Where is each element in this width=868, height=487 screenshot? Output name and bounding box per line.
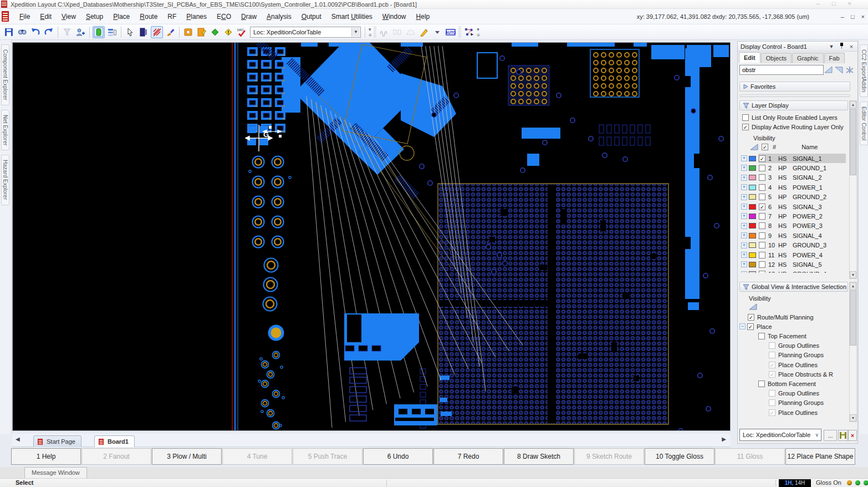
- layer-visibility-checkbox[interactable]: [759, 222, 765, 229]
- layer-row-body[interactable]: ✓6HSSIGNAL_3: [758, 202, 846, 211]
- search-options-icon[interactable]: [845, 66, 854, 74]
- mdi-close-button[interactable]: ×: [861, 13, 865, 20]
- find-icon[interactable]: [16, 26, 28, 38]
- tree-checkbox[interactable]: [769, 352, 775, 358]
- save-icon[interactable]: [3, 26, 15, 38]
- expand-plus-icon[interactable]: +: [741, 252, 747, 258]
- tree-checkbox[interactable]: ✓: [748, 314, 754, 321]
- tree-item-group-outlines[interactable]: Group Outlines: [769, 389, 819, 398]
- add-part-icon[interactable]: [74, 26, 86, 38]
- layer-row-signal_4[interactable]: +9HSSIGNAL_4: [741, 231, 846, 240]
- tree-checkbox[interactable]: [769, 342, 775, 349]
- layer-color-swatch[interactable]: [749, 262, 756, 267]
- scheme-delete-button[interactable]: ×: [848, 430, 857, 441]
- tree-item-group-outlines[interactable]: Group Outlines: [769, 341, 819, 351]
- layer-search-input[interactable]: [739, 65, 824, 75]
- expand-plus-icon[interactable]: +: [741, 175, 747, 181]
- menu-eco[interactable]: ECO: [212, 11, 236, 23]
- collapsed-section-bar[interactable]: [739, 94, 850, 97]
- layer-color-swatch[interactable]: [749, 156, 756, 161]
- layer-row-body[interactable]: 9HSSIGNAL_4: [758, 231, 846, 240]
- layer-row-ground_4[interactable]: +13HPGROUND_4: [741, 270, 846, 278]
- title-minimize-button[interactable]: –: [816, 0, 820, 7]
- menu-route[interactable]: Route: [135, 11, 162, 23]
- online-drc-on-icon[interactable]: [209, 26, 221, 38]
- global-view-header[interactable]: Global View & Interactive Selection: [739, 282, 848, 292]
- fkey-6-undo[interactable]: 6 Undo: [363, 448, 433, 465]
- title-restore-button[interactable]: □: [832, 0, 836, 7]
- mdi-minimize-button[interactable]: –: [841, 13, 844, 20]
- layer-row-body[interactable]: 4HSPOWER_1: [758, 182, 846, 192]
- toolbar-overflow-icon[interactable]: ▾≡: [476, 27, 481, 38]
- layer-row-body[interactable]: ✓1HSSIGNAL_1: [758, 154, 846, 163]
- layer-color-swatch[interactable]: [749, 165, 756, 171]
- display-active-row[interactable]: ✓ Display Active Routing Layer Only: [742, 124, 844, 130]
- layer-visibility-checkbox[interactable]: [759, 252, 765, 258]
- expand-plus-icon[interactable]: +: [741, 213, 747, 219]
- layer-list-scrollbar[interactable]: ▲ ▼: [849, 100, 857, 279]
- layer-row-ground_1[interactable]: +2HPGROUND_1: [741, 163, 846, 173]
- panel-menu-dropdown-icon[interactable]: ▼: [828, 43, 835, 50]
- fkey-2-fanout[interactable]: 2 Fanout: [81, 448, 151, 465]
- tune-serpentine-icon[interactable]: [378, 26, 390, 38]
- tree-item-place-obstructs-r[interactable]: ✓Place Obstructs & R: [769, 369, 833, 379]
- scheme-save-button[interactable]: [838, 430, 848, 441]
- dock-tab-component-explorer[interactable]: Component Explorer: [1, 44, 9, 105]
- paint-layers-icon[interactable]: [164, 26, 176, 38]
- sketch-pencil-icon[interactable]: [418, 26, 430, 38]
- visibility-all-icon[interactable]: [749, 303, 757, 310]
- tree-item-bottom-facement[interactable]: Bottom Facement: [758, 379, 816, 388]
- layer-color-swatch[interactable]: [749, 194, 756, 200]
- redo-icon[interactable]: [43, 26, 55, 38]
- doc-tab-board1[interactable]: Board1: [94, 435, 135, 447]
- drc-warning-icon[interactable]: [222, 26, 234, 38]
- shape-edit-icon[interactable]: [405, 26, 417, 38]
- title-close-button[interactable]: ×: [848, 0, 851, 7]
- loc-color-table-combobox[interactable]: Loc: XpeditionColorTable▼: [250, 27, 361, 38]
- filter-parts-icon[interactable]: [61, 26, 73, 38]
- layer-color-swatch[interactable]: [749, 271, 756, 277]
- layer-row-power_3[interactable]: +8HSPOWER_3: [741, 221, 846, 231]
- tree-item-top-facement[interactable]: Top Facement: [758, 331, 806, 341]
- tree-checkbox[interactable]: ✓: [747, 323, 754, 330]
- toolbar-overflow-icon[interactable]: ▾≡: [367, 27, 372, 38]
- layer-setup-icon[interactable]: [106, 26, 118, 38]
- layer-row-ground_2[interactable]: +5HPGROUND_2: [741, 192, 846, 202]
- tree-checkbox[interactable]: [769, 390, 775, 397]
- fkey-4-tune[interactable]: 4 Tune: [222, 448, 292, 465]
- layer-row-signal_5[interactable]: +12HSSIGNAL_5: [741, 260, 846, 269]
- dock-tab-cc2-exportaddin[interactable]: CC2 ExportAddin: [860, 44, 868, 97]
- all-layers-checkbox[interactable]: ✓: [762, 144, 768, 150]
- tree-item-place-outlines[interactable]: ✓Place Outlines: [769, 360, 818, 369]
- layer-row-power_4[interactable]: +11HSPOWER_4: [741, 250, 846, 260]
- toolbar-drag-handle[interactable]: [458, 27, 461, 38]
- fkey-12-place-plane-shape[interactable]: 12 Place Plane Shape: [785, 448, 855, 465]
- layer-row-body[interactable]: 2HPGROUND_1: [758, 163, 846, 173]
- tree-item-planning-groups[interactable]: Planning Groups: [769, 398, 824, 408]
- menu-place[interactable]: Place: [108, 11, 135, 23]
- select-cursor-icon[interactable]: [124, 26, 136, 38]
- layer-row-signal_2[interactable]: +3HSSIGNAL_2: [741, 173, 846, 182]
- layer-visibility-checkbox[interactable]: ✓: [759, 155, 765, 162]
- fkey-7-redo[interactable]: 7 Redo: [433, 448, 503, 465]
- scheme-more-button[interactable]: ...: [824, 430, 837, 441]
- tree-item-route-multi-planning[interactable]: ✓Route/Multi Planning: [748, 312, 814, 322]
- menu-planes[interactable]: Planes: [181, 11, 212, 23]
- edit-drc-icon[interactable]: [196, 26, 208, 38]
- layer-row-body[interactable]: 13HPGROUND_4: [758, 270, 846, 278]
- drc-check-icon[interactable]: DRC: [236, 26, 248, 38]
- fkey-10-toggle-gloss[interactable]: 10 Toggle Gloss: [645, 448, 714, 465]
- layer-row-body[interactable]: 3HSSIGNAL_2: [758, 173, 846, 182]
- menu-smart-utilities[interactable]: Smart Utilities: [326, 11, 377, 23]
- layer-visibility-checkbox[interactable]: ✓: [759, 204, 765, 210]
- layer-row-signal_3[interactable]: +✓6HSSIGNAL_3: [741, 202, 846, 211]
- layer-visibility-checkbox[interactable]: [759, 242, 765, 248]
- menu-output[interactable]: Output: [297, 11, 326, 23]
- layer-color-swatch[interactable]: [749, 223, 756, 229]
- display-control-toggle-icon[interactable]: [93, 26, 105, 38]
- tree-item-place[interactable]: −✓Place: [748, 322, 772, 331]
- tab-graphic[interactable]: Graphic: [792, 53, 824, 63]
- layer-row-signal_1[interactable]: +✓1HSSIGNAL_1: [741, 154, 846, 163]
- tree-checkbox[interactable]: ✓: [769, 409, 775, 416]
- panel-close-icon[interactable]: ×: [847, 43, 855, 50]
